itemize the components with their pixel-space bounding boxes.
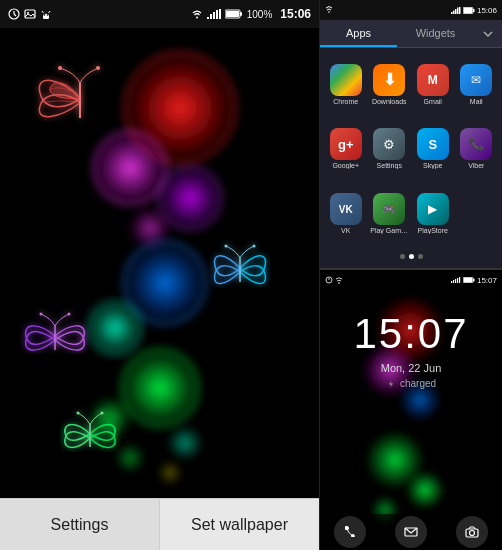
rt-wifi-icon (325, 5, 333, 13)
app-gplus[interactable]: g+ Google+ (326, 119, 366, 180)
download-icon: ⬇ (373, 64, 405, 96)
svg-point-64 (338, 282, 340, 284)
tab-widgets[interactable]: Widgets (397, 20, 474, 47)
app-downloads[interactable]: ⬇ Downloads (370, 54, 410, 115)
camera-icon (465, 525, 479, 539)
app-playgames[interactable]: 🎮 Play Games (370, 183, 410, 244)
lock-screen-date: Mon, 22 Jun (320, 358, 502, 374)
svg-rect-49 (453, 10, 455, 14)
ls-alarm-icon (325, 276, 333, 284)
app-chrome[interactable]: Chrome (326, 54, 366, 115)
wallpaper-svg (0, 28, 319, 498)
app-mail[interactable]: ✉ Mail (457, 54, 497, 115)
svg-rect-11 (210, 14, 212, 19)
status-bar-right: 100% 15:06 (191, 7, 311, 21)
status-bar-notifications (8, 8, 52, 20)
svg-rect-69 (459, 277, 460, 283)
svg-line-2 (14, 14, 16, 16)
dot-1[interactable] (400, 254, 405, 259)
gplus-icon: g+ (330, 128, 362, 160)
settings-button[interactable]: Settings (0, 499, 160, 550)
svg-rect-66 (453, 280, 454, 283)
ls-right: 15:07 (451, 276, 497, 285)
camera-icon-btn[interactable] (456, 516, 488, 548)
set-wallpaper-button[interactable]: Set wallpaper (160, 499, 319, 550)
rt-signal-icon (451, 7, 461, 14)
rt-battery-icon (463, 7, 475, 14)
app-gmail[interactable]: M Gmail (413, 54, 453, 115)
mail-label: Mail (470, 98, 483, 105)
tabs-chevron[interactable] (474, 20, 502, 47)
email-icon-btn[interactable] (395, 516, 427, 548)
svg-point-45 (77, 412, 80, 415)
svg-point-5 (44, 14, 46, 16)
wallpaper-canvas (0, 28, 319, 498)
svg-rect-72 (473, 279, 475, 282)
image-icon (24, 8, 36, 20)
mail-icon: ✉ (460, 64, 492, 96)
lock-screen-time: 15:07 (320, 290, 502, 358)
svg-point-39 (225, 245, 228, 248)
svg-rect-50 (455, 9, 457, 14)
dot-2[interactable] (409, 254, 414, 259)
viber-icon: 📞 (460, 128, 492, 160)
gmail-icon: M (417, 64, 449, 96)
ls-battery-icon (463, 277, 475, 283)
svg-rect-51 (457, 7, 459, 14)
gsettings-icon: ⚙ (373, 128, 405, 160)
left-panel: 100% 15:06 (0, 0, 320, 550)
svg-point-75 (469, 531, 474, 536)
wifi-icon (191, 8, 203, 20)
svg-rect-13 (216, 10, 218, 19)
battery-icon (225, 9, 243, 19)
ls-wifi-icon (335, 276, 343, 284)
tab-apps[interactable]: Apps (320, 20, 397, 47)
skype-icon: S (417, 128, 449, 160)
app-viber[interactable]: 📞 Viber (457, 119, 497, 180)
gplus-label: Google+ (332, 162, 359, 169)
svg-rect-14 (219, 9, 221, 19)
app-vk[interactable]: VK VK (326, 183, 366, 244)
svg-rect-48 (451, 12, 453, 14)
rt-right-status: 15:06 (451, 6, 497, 15)
skype-label: Skype (423, 162, 442, 169)
svg-point-34 (158, 461, 182, 485)
svg-rect-67 (455, 279, 456, 283)
gsettings-label: Settings (377, 162, 402, 169)
svg-point-33 (115, 443, 145, 473)
rt-time: 15:06 (477, 6, 497, 15)
svg-point-43 (68, 313, 71, 316)
download-label: Downloads (372, 98, 407, 105)
ls-icons (325, 276, 343, 284)
app-playstore[interactable]: ▶ PlayStore (413, 183, 453, 244)
chrome-label: Chrome (333, 98, 358, 105)
svg-point-60 (405, 470, 445, 510)
app-drawer: 15:06 Apps Widgets Chrome ⬇ Downloads (320, 0, 502, 270)
lock-screen-status: charged (320, 374, 502, 389)
svg-point-27 (85, 298, 145, 358)
svg-point-42 (40, 313, 43, 316)
vk-label: VK (341, 227, 350, 234)
svg-point-9 (196, 17, 198, 19)
svg-line-8 (49, 11, 51, 13)
svg-rect-17 (240, 12, 242, 16)
svg-point-32 (167, 425, 203, 461)
playstore-icon: ▶ (417, 193, 449, 225)
lock-status-text: charged (400, 378, 436, 389)
rt-notifications (325, 5, 333, 15)
chrome-icon (330, 64, 362, 96)
svg-point-46 (101, 412, 104, 415)
svg-point-47 (328, 11, 330, 13)
app-gsettings[interactable]: ⚙ Settings (370, 119, 410, 180)
page-dots (320, 250, 502, 263)
svg-point-40 (253, 245, 256, 248)
email-icon (404, 525, 418, 539)
phone-icon-btn[interactable] (334, 516, 366, 548)
empty-slot (460, 198, 492, 230)
app-skype[interactable]: S Skype (413, 119, 453, 180)
svg-rect-16 (226, 11, 239, 17)
dot-3[interactable] (418, 254, 423, 259)
bottom-buttons: Settings Set wallpaper (0, 498, 319, 550)
playgames-icon: 🎮 (373, 193, 405, 225)
vk-icon: VK (330, 193, 362, 225)
